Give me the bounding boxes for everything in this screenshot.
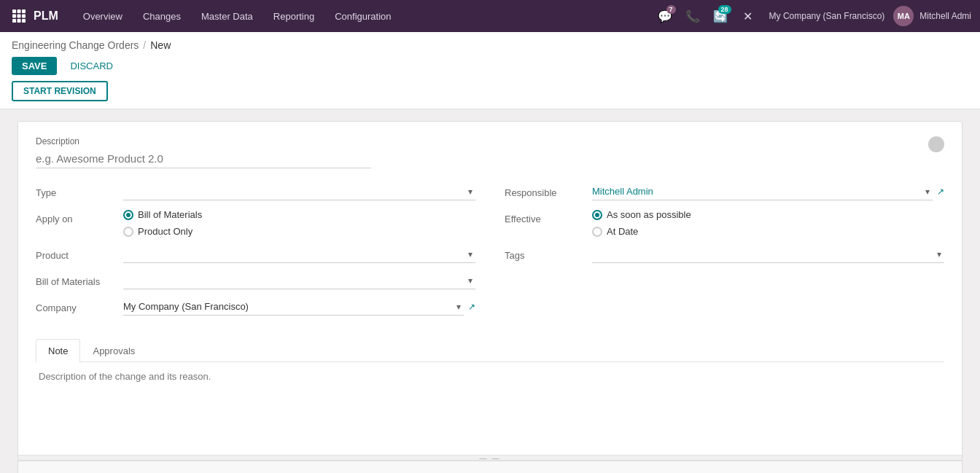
apply-on-label: Apply on [36, 209, 123, 224]
tab-approvals[interactable]: Approvals [80, 339, 147, 362]
nav-utility-icons: 💬 7 📞 🔄 28 ✕ My Company (San Francisco) … [653, 4, 971, 28]
breadcrumb-separator: / [143, 39, 146, 51]
apply-on-field-row: Apply on Bill of Materials Product Only [36, 209, 475, 237]
product-select-wrapper [123, 246, 475, 263]
company-select[interactable]: My Company (San Francisco) [123, 298, 464, 316]
company-field-wrapper: My Company (San Francisco) ↗ [123, 298, 475, 316]
note-textarea[interactable] [39, 371, 941, 429]
responsible-external-link-icon[interactable]: ↗ [937, 187, 944, 197]
effective-at-date-option[interactable]: At Date [592, 226, 944, 237]
nav-brand-label[interactable]: PLM [34, 9, 58, 23]
apply-on-bom-radio[interactable] [123, 210, 133, 220]
svg-rect-7 [18, 19, 21, 23]
apply-on-product-option[interactable]: Product Only [123, 226, 475, 237]
resize-handle[interactable]: — — [18, 455, 962, 461]
type-select-wrapper [123, 183, 475, 200]
nav-company-label: My Company (San Francisco) [769, 11, 885, 21]
nav-menu: Overview Changes Master Data Reporting C… [73, 0, 402, 32]
form-right-column: Responsible Mitchell Admin ↗ [490, 183, 944, 324]
description-row: Description [36, 136, 944, 168]
status-circle-indicator[interactable] [928, 136, 944, 152]
effective-asap-label: As soon as possible [607, 209, 691, 220]
type-label: Type [36, 183, 123, 198]
company-select-wrapper: My Company (San Francisco) [123, 298, 464, 316]
close-icon: ✕ [743, 9, 752, 23]
svg-rect-0 [12, 9, 16, 13]
effective-label: Effective [505, 209, 592, 224]
bom-field-row: Bill of Materials [36, 272, 475, 289]
description-input[interactable] [36, 149, 371, 168]
breadcrumb-current: New [150, 39, 171, 51]
company-external-link-icon[interactable]: ↗ [468, 302, 475, 312]
product-value [123, 246, 475, 263]
discard-button[interactable]: DISCARD [63, 57, 120, 75]
apps-menu-icon[interactable] [9, 6, 29, 26]
activity-badge: 28 [718, 5, 731, 14]
nav-item-overview[interactable]: Overview [73, 0, 133, 32]
tags-field-row: Tags [505, 246, 944, 263]
start-revision-button[interactable]: START REVISION [12, 81, 108, 101]
bom-value [123, 272, 475, 289]
effective-asap-option[interactable]: As soon as possible [592, 209, 944, 220]
chat-badge: 7 [666, 5, 676, 14]
chat-icon-btn[interactable]: 💬 7 [653, 4, 677, 28]
svg-rect-6 [12, 19, 16, 23]
tags-select-wrapper [592, 246, 944, 263]
effective-at-date-radio[interactable] [592, 227, 602, 237]
svg-rect-8 [22, 19, 26, 23]
tags-label: Tags [505, 246, 592, 261]
breadcrumb-parent-link[interactable]: Engineering Change Orders [12, 39, 139, 51]
effective-at-date-label: At Date [607, 226, 638, 237]
bom-select-wrapper [123, 272, 475, 289]
resize-dots-icon: — — [480, 454, 501, 462]
bom-label: Bill of Materials [36, 272, 123, 287]
product-field-row: Product [36, 246, 475, 263]
type-value [123, 183, 475, 200]
svg-rect-3 [12, 15, 16, 18]
nav-user-avatar[interactable]: MA [893, 6, 914, 26]
nav-item-master-data[interactable]: Master Data [191, 0, 263, 32]
effective-radio-group: As soon as possible At Date [592, 209, 944, 237]
svg-rect-1 [18, 9, 21, 13]
apply-on-bom-option[interactable]: Bill of Materials [123, 209, 475, 220]
action-bar: SAVE DISCARD [12, 57, 968, 81]
responsible-field-wrapper: Mitchell Admin ↗ [592, 183, 944, 200]
effective-value: As soon as possible At Date [592, 209, 944, 237]
activity-icon-btn[interactable]: 🔄 28 [708, 4, 733, 28]
tab-note[interactable]: Note [36, 339, 80, 362]
company-field-row: Company My Company (San Francisco) ↗ [36, 298, 475, 316]
bom-select[interactable] [123, 272, 475, 289]
nav-item-configuration[interactable]: Configuration [324, 0, 401, 32]
responsible-label: Responsible [505, 183, 592, 198]
tab-bar: Note Approvals [36, 339, 944, 362]
top-navigation: PLM Overview Changes Master Data Reporti… [0, 0, 980, 32]
phone-icon-btn[interactable]: 📞 [680, 4, 705, 28]
effective-field-row: Effective As soon as possible At Date [505, 209, 944, 237]
svg-rect-4 [18, 15, 21, 18]
svg-rect-5 [22, 15, 26, 18]
nav-item-changes[interactable]: Changes [133, 0, 191, 32]
responsible-select-wrapper: Mitchell Admin [592, 183, 933, 200]
responsible-select[interactable]: Mitchell Admin [592, 183, 933, 200]
type-select[interactable] [123, 183, 475, 200]
tags-select[interactable] [592, 246, 944, 263]
apply-on-radio-group: Bill of Materials Product Only [123, 209, 475, 237]
product-select[interactable] [123, 246, 475, 263]
product-label: Product [36, 246, 123, 261]
apply-on-product-radio[interactable] [123, 227, 133, 237]
effective-asap-radio[interactable] [592, 210, 602, 220]
tab-note-content [36, 362, 944, 440]
responsible-field-row: Responsible Mitchell Admin ↗ [505, 183, 944, 200]
bottom-strip [18, 461, 962, 473]
page-wrapper: Engineering Change Orders / New SAVE DIS… [0, 32, 980, 473]
form-inner: Description Type [18, 122, 962, 455]
tags-value [592, 246, 944, 263]
apply-on-bom-label: Bill of Materials [138, 209, 202, 220]
breadcrumb-bar: Engineering Change Orders / New SAVE DIS… [0, 32, 980, 109]
nav-item-reporting[interactable]: Reporting [263, 0, 324, 32]
save-button[interactable]: SAVE [12, 57, 57, 75]
form-left-column: Type Apply on [36, 183, 490, 324]
type-field-row: Type [36, 183, 475, 200]
close-icon-btn[interactable]: ✕ [736, 4, 761, 28]
company-value: My Company (San Francisco) ↗ [123, 298, 475, 316]
